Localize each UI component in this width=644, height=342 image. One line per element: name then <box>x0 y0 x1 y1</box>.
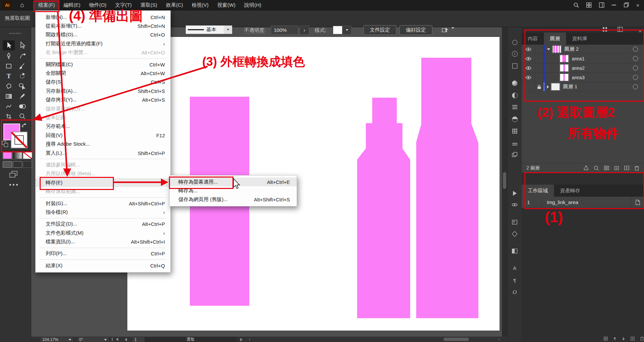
artboard-page-icon[interactable] <box>631 197 644 208</box>
menu-item-search-adobe-stock[interactable]: 搜尋 Adobe Stock... <box>36 140 170 148</box>
layer-target-circle[interactable] <box>633 65 638 70</box>
graphic-style-chevron[interactable] <box>342 26 351 35</box>
gradient-panel-icon[interactable] <box>511 116 518 123</box>
rectangle-tool-button[interactable] <box>3 61 15 71</box>
area-type-panel-icon[interactable]: A <box>511 264 518 271</box>
chevron-right-icon[interactable] <box>547 85 549 89</box>
opacity-label[interactable]: 不透明度: <box>244 27 266 34</box>
locate-object-icon[interactable] <box>594 165 599 170</box>
menu-item-open[interactable]: 開啟舊檔(O)...Ctrl+O <box>36 31 170 39</box>
layer-name[interactable]: area2 <box>572 65 633 71</box>
move-up-icon[interactable] <box>613 337 616 341</box>
menu-item-save-for-web-legacy[interactable]: 儲存為網頁用 (舊版)...Alt+Shift+Ctrl+S <box>170 195 297 204</box>
document-setup-button[interactable]: 文件設定 <box>363 25 396 35</box>
horizontal-scrollbar-thumb[interactable] <box>443 338 469 341</box>
lock-icon[interactable] <box>535 82 543 91</box>
status-expand-chevron[interactable]: ‹ <box>249 337 250 342</box>
draw-normal-mode-button[interactable] <box>3 161 12 168</box>
make-mask-icon[interactable] <box>604 165 609 170</box>
menu-item-close[interactable]: 關閉檔案(C)Ctrl+W <box>36 60 170 69</box>
screen-mode-icon[interactable] <box>9 170 19 178</box>
opacity-more-chevron[interactable]: › <box>300 26 309 35</box>
eye-icon[interactable] <box>522 47 535 51</box>
eraser-tool-button[interactable] <box>3 81 15 91</box>
layer-thumbnail[interactable] <box>560 64 569 72</box>
layer-name[interactable]: area3 <box>572 75 633 80</box>
draw-behind-mode-button[interactable] <box>13 161 22 168</box>
menu-item-open-recent[interactable]: 打開最近使用過的檔案(F)› <box>36 39 170 48</box>
vertical-scrollbar[interactable] <box>502 27 507 337</box>
graphic-style-swatch[interactable] <box>333 26 342 34</box>
menu-item-close-all[interactable]: 全部關閉Alt+Ctrl+W <box>36 69 170 78</box>
select-similar-icon[interactable] <box>441 27 449 35</box>
panel-arrange-icon[interactable] <box>617 27 623 33</box>
tab-artboards[interactable]: 工作區域 <box>522 185 554 197</box>
grid-small-icon[interactable] <box>604 337 608 341</box>
search-icon[interactable] <box>573 2 579 8</box>
minimize-button[interactable] <box>612 5 616 5</box>
menu-window[interactable]: 視窗(W) <box>213 0 240 10</box>
menu-item-export-as[interactable]: 轉存為... <box>170 186 297 195</box>
toolbar-drag-handle[interactable] <box>9 33 22 34</box>
draw-inside-mode-button[interactable] <box>23 161 32 168</box>
rotate-tool-button[interactable] <box>16 71 28 81</box>
layer-target-circle[interactable] <box>633 84 638 89</box>
menu-item-exit[interactable]: 結束(X)Ctrl+Q <box>36 261 170 270</box>
close-button[interactable]: × <box>636 2 639 8</box>
transform-icon[interactable] <box>511 62 518 69</box>
menu-select[interactable]: 選取(S) <box>136 0 162 10</box>
layer-row[interactable]: 圖層 1 <box>522 82 644 92</box>
layer-row[interactable]: 圖層 2 <box>522 45 644 54</box>
menu-item-save-a-copy[interactable]: 儲存拷貝(Y)...Alt+Ctrl+S <box>36 96 170 104</box>
opacity-value-field[interactable]: 100% <box>271 26 298 35</box>
pencil-tool-button[interactable] <box>3 101 15 111</box>
artboard-row[interactable]: 1 img_link_area <box>522 197 644 208</box>
opentype-panel-icon[interactable]: O <box>511 289 518 296</box>
status-play-icon[interactable] <box>240 338 243 342</box>
type-tool-button[interactable]: T <box>3 71 15 81</box>
workspace-grid-icon[interactable] <box>602 27 607 33</box>
bottle-shape-small[interactable] <box>357 98 410 318</box>
layer-name[interactable]: 圖層 2 <box>564 46 633 52</box>
collect-for-export-icon[interactable] <box>584 165 589 170</box>
menu-item-print[interactable]: 列印(P)...Ctrl+P <box>36 249 170 258</box>
tab-properties[interactable]: 內容 <box>522 33 544 45</box>
transparency-grid-icon[interactable] <box>511 128 518 134</box>
new-layer-icon[interactable] <box>624 165 630 170</box>
menu-item-document-setup[interactable]: 文件設定(D)...Alt+Ctrl+P <box>36 220 170 229</box>
layer-target-circle[interactable] <box>633 75 638 80</box>
menu-item-save-as[interactable]: 另存新檔(A)...Shift+Ctrl+S <box>36 87 170 95</box>
tab-libraries[interactable]: 資料庫 <box>566 33 593 45</box>
paragraph-panel-icon[interactable]: ¶ <box>511 277 518 284</box>
direct-selection-tool-button[interactable] <box>16 40 28 50</box>
selection-tool-button[interactable] <box>3 40 15 50</box>
menu-help[interactable]: 說明(H) <box>240 0 266 10</box>
layer-name[interactable]: area1 <box>572 56 633 61</box>
rotation-dropdown[interactable]: 0° <box>77 337 109 342</box>
divided-box-icon[interactable] <box>511 248 518 254</box>
layer-row[interactable]: area3 <box>522 73 644 82</box>
menu-item-export-for-screens[interactable]: 轉存為螢幕適用...Alt+Ctrl+E <box>170 178 297 186</box>
swap-fill-stroke-icon[interactable] <box>22 123 28 130</box>
workspace-layout-icon[interactable] <box>599 2 604 8</box>
gradient-tool-button[interactable] <box>3 91 15 101</box>
menu-item-place[interactable]: 置入(L)...Shift+Ctrl+P <box>36 149 170 157</box>
menu-item-revert[interactable]: 回復(V)F12 <box>36 131 170 140</box>
actions-play-icon[interactable] <box>511 190 518 197</box>
new-sublayer-icon[interactable] <box>614 165 619 170</box>
zoom-level-dropdown[interactable]: 104.17% <box>40 337 74 342</box>
layer-thumbnail[interactable] <box>560 55 569 62</box>
arrange-documents-icon[interactable] <box>586 2 592 8</box>
gear-icon[interactable] <box>511 39 518 46</box>
eye-icon[interactable] <box>522 76 535 80</box>
layer-target-circle[interactable] <box>633 47 638 52</box>
layer-thumbnail[interactable] <box>560 74 569 81</box>
move-down-icon[interactable] <box>622 337 625 341</box>
menu-file[interactable]: 檔案(F) <box>34 0 59 10</box>
edit-toolbar-dots-icon[interactable] <box>9 184 11 186</box>
delete-item-icon[interactable] <box>640 336 644 341</box>
chevron-down-icon[interactable] <box>547 48 550 50</box>
curvature-tool-button[interactable] <box>16 51 28 61</box>
magic-sparkle-icon[interactable] <box>511 231 518 237</box>
menu-effect[interactable]: 效果(C) <box>162 0 187 10</box>
